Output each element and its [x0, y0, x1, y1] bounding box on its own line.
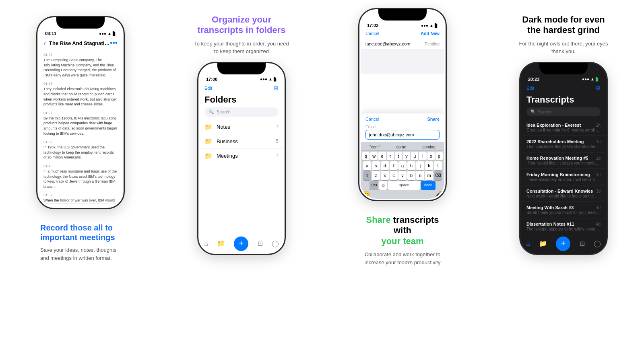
phone-2: 17:00 ●●● ▲ ▊ Edit ⊞ Folders 🔍 Search	[197, 62, 286, 255]
add-folder-icon[interactable]: ⊞	[274, 85, 279, 91]
key-p[interactable]: p	[436, 152, 443, 160]
dark-title-row: Transcripts	[522, 94, 605, 107]
key-delete[interactable]: ⌫	[434, 171, 442, 180]
tab-profile-icon-4[interactable]: ◯	[594, 240, 601, 247]
add-new-button[interactable]: Add New	[421, 31, 440, 36]
dark-item-6[interactable]: Dissertation Notes #114d The isotope app…	[522, 218, 605, 235]
key-w[interactable]: w	[370, 152, 378, 160]
key-h[interactable]: h	[407, 161, 415, 170]
key-v[interactable]: v	[398, 171, 407, 180]
key-d[interactable]: d	[381, 161, 389, 170]
transcript-entry: 01:07 The Computing Scale company, The T…	[43, 53, 118, 78]
key-e[interactable]: e	[378, 152, 386, 160]
pending-badge: Pending	[425, 42, 440, 46]
edit-button-4[interactable]: Edit	[526, 86, 534, 90]
key-row-4: 123 ☺ space done	[362, 181, 443, 190]
transcript-text: The Computing Scale company, The Tabulat…	[43, 58, 118, 78]
status-bar-2: 17:00 ●●● ▲ ▊	[200, 75, 283, 82]
key-x[interactable]: x	[381, 171, 389, 180]
key-space[interactable]: space	[388, 181, 420, 190]
key-i[interactable]: i	[419, 152, 426, 160]
column-2: Organize your transcripts in folders To …	[161, 0, 322, 362]
transcript-time: 01:07	[43, 53, 118, 57]
status-icons-3: ●●● ▲ ▊	[421, 23, 438, 28]
dark-list: Idea Exploration - Everest2h Great so if…	[522, 119, 605, 244]
folder-list: 📁 Notes 7 📁 Business 5 📁 Meetings 7	[200, 120, 283, 163]
back-button[interactable]: ‹	[43, 39, 46, 47]
microphone-icon[interactable]: 🎤	[435, 191, 442, 197]
transcript-text: They included electronic tabulating mach…	[43, 86, 118, 107]
tab-bar-4: ⌂ 📁 + ⊡ ◯	[522, 233, 605, 253]
play-button[interactable]: ▶	[43, 206, 48, 207]
key-row-3: ⇧ zxcvbnm ⌫	[362, 171, 443, 180]
tab-bar-2: ⌂ 📁 + ⊡ ◯	[200, 233, 283, 253]
dark-item-3[interactable]: Friday Morning Brainstorming3d I have ab…	[522, 169, 605, 185]
more-button[interactable]: •••	[110, 39, 118, 47]
key-emoji[interactable]: ☺	[379, 181, 387, 190]
tab-add-button[interactable]: +	[234, 237, 248, 251]
folder-item-business[interactable]: 📁 Business 5	[200, 134, 283, 149]
key-u[interactable]: u	[411, 152, 418, 160]
key-a[interactable]: a	[363, 161, 371, 170]
key-f[interactable]: f	[390, 161, 398, 170]
dark-item-0[interactable]: Idea Exploration - Everest2h Great so if…	[522, 119, 605, 136]
battery-icon-4: ▊	[596, 77, 599, 81]
key-c[interactable]: c	[390, 171, 398, 180]
key-t[interactable]: t	[395, 152, 402, 160]
key-q[interactable]: q	[362, 152, 369, 160]
modal-share-button[interactable]: Share	[427, 117, 440, 121]
tab-folder-icon-4[interactable]: 📁	[539, 240, 547, 247]
tab-profile-icon[interactable]: ◯	[272, 240, 279, 247]
key-b[interactable]: b	[407, 171, 415, 180]
tab-add-button-4[interactable]: +	[556, 237, 570, 251]
signal-icon-2: ●●●	[260, 77, 267, 81]
dark-item-1[interactable]: 2022 Shareholders Meeting1d That conclud…	[522, 136, 605, 152]
modal-cancel-button[interactable]: Cancel	[365, 117, 379, 121]
transcript-text: In 1937, the U.S government used the tec…	[43, 145, 118, 160]
transcript-time: 01:45	[43, 164, 118, 168]
folder-item-notes[interactable]: 📁 Notes 7	[200, 120, 283, 134]
dark-item-2[interactable]: Home Renovation Meeting #51d If you woul…	[522, 152, 605, 169]
transcript-nav: ‹ The Rise And Stagnation... •••	[39, 37, 122, 50]
key-n[interactable]: n	[416, 171, 424, 180]
tab-home-icon-4[interactable]: ⌂	[526, 240, 530, 247]
key-j[interactable]: j	[416, 161, 424, 170]
tab-home-icon[interactable]: ⌂	[204, 240, 208, 247]
email-input[interactable]: john.doe@abcxyz.com	[365, 130, 440, 140]
wifi-icon-2: ▲	[268, 77, 272, 81]
key-s[interactable]: s	[372, 161, 380, 170]
dark-item-5[interactable]: Meeting With Sarah #34d Sarah thank you …	[522, 202, 605, 218]
cancel-button-3[interactable]: Cancel	[365, 31, 379, 36]
key-g[interactable]: g	[398, 161, 407, 170]
key-m[interactable]: m	[425, 171, 433, 180]
transcript-entry: 01:27 By the mid 1930's, IBM's electroni…	[43, 111, 118, 136]
key-o[interactable]: o	[427, 152, 435, 160]
key-123[interactable]: 123	[369, 181, 378, 190]
autocomplete-2[interactable]: coming	[423, 145, 436, 149]
key-y[interactable]: y	[403, 152, 410, 160]
key-r[interactable]: r	[387, 152, 394, 160]
key-k[interactable]: k	[425, 161, 433, 170]
tab-share-icon[interactable]: ⊡	[258, 240, 263, 247]
status-bar-4: 20:23 ●●● ▲ ▊	[522, 75, 605, 82]
transcript-footer: ▶ 2:10	[39, 203, 122, 207]
tab-share-icon-4[interactable]: ⊡	[580, 240, 585, 247]
dark-search-bar[interactable]: 🔍 Search	[526, 107, 601, 116]
add-icon-4[interactable]: ⊞	[596, 85, 601, 91]
folder-count-notes: 7	[276, 124, 279, 130]
autocomplete-1[interactable]: come	[396, 145, 406, 149]
key-z[interactable]: z	[372, 171, 380, 180]
col2-heading: Organize your transcripts in folders	[193, 14, 290, 36]
edit-button-2[interactable]: Edit	[204, 86, 212, 90]
folder-item-meetings[interactable]: 📁 Meetings 7	[200, 149, 283, 163]
tab-folder-icon[interactable]: 📁	[217, 240, 225, 247]
dark-item-4[interactable]: Consultation - Edward Knowles3d Next wee…	[522, 185, 605, 202]
dark-preview-1: That concludes this year's shareholders …	[526, 144, 601, 149]
key-done[interactable]: done	[421, 181, 436, 190]
key-l[interactable]: l	[434, 161, 442, 170]
autocomplete-0[interactable]: "com"	[369, 145, 380, 149]
transcript-text: When the horror of war was over, IBM wou…	[43, 198, 118, 203]
key-shift[interactable]: ⇧	[363, 171, 371, 180]
search-bar-2[interactable]: 🔍 Search	[204, 107, 279, 117]
dark-preview-0: Great so if we train for 6 months we sho…	[526, 128, 601, 132]
